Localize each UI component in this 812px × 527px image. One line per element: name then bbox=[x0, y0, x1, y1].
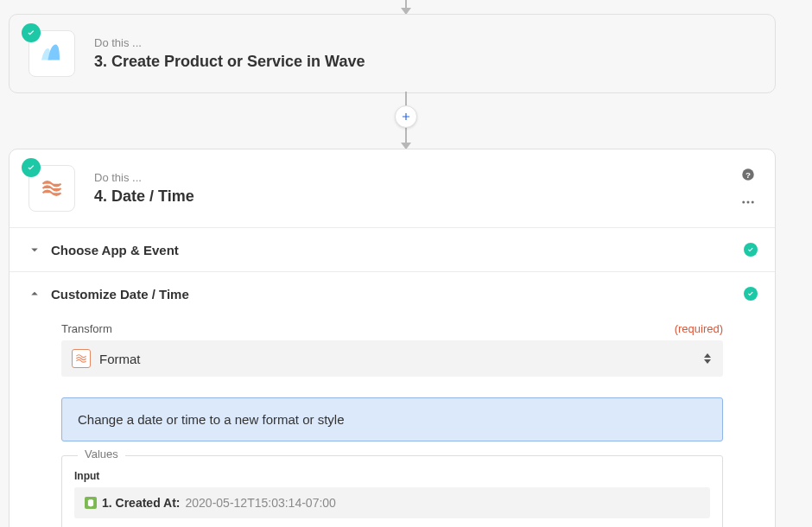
more-icon bbox=[740, 194, 756, 210]
help-icon: ? bbox=[740, 167, 756, 182]
input-token-field[interactable]: 1. Created At: 2020-05-12T15:03:14-07:00 bbox=[74, 487, 710, 518]
status-badge-success bbox=[22, 23, 41, 42]
section-label: Choose App & Event bbox=[51, 243, 744, 257]
help-button[interactable]: ? bbox=[740, 167, 756, 182]
svg-text:?: ? bbox=[745, 170, 751, 180]
add-step-button[interactable] bbox=[395, 105, 417, 128]
token-name: 1. Created At: bbox=[102, 496, 181, 510]
input-label: Input bbox=[74, 470, 710, 482]
step-header[interactable]: Do this ... 4. Date / Time ? bbox=[10, 149, 775, 227]
required-label: (required) bbox=[675, 322, 723, 335]
app-icon-formatter bbox=[29, 165, 75, 212]
step-title: 4. Date / Time bbox=[94, 187, 732, 206]
svg-point-4 bbox=[752, 201, 754, 204]
values-legend: Values bbox=[78, 448, 125, 460]
wave-icon bbox=[39, 41, 65, 67]
plus-icon bbox=[400, 111, 412, 123]
chevron-up-icon bbox=[27, 286, 42, 302]
transform-label: Transform bbox=[61, 322, 112, 335]
svg-point-2 bbox=[742, 201, 745, 204]
section-status-success bbox=[744, 243, 758, 257]
more-button[interactable] bbox=[740, 194, 756, 210]
shopify-icon bbox=[85, 497, 97, 509]
select-sort-icon bbox=[702, 353, 713, 364]
token-value: 2020-05-12T15:03:14-07:00 bbox=[186, 496, 336, 510]
section-customize[interactable]: Customize Date / Time bbox=[10, 271, 775, 315]
step-title: 3. Create Product or Service in Wave bbox=[94, 53, 756, 71]
transform-value: Format bbox=[99, 352, 702, 366]
section-choose-app[interactable]: Choose App & Event bbox=[10, 227, 775, 271]
section-body-customize: Transform (required) Format Change a bbox=[10, 315, 775, 527]
section-status-success bbox=[744, 287, 758, 301]
step-card-4: Do this ... 4. Date / Time ? Choose App … bbox=[9, 149, 776, 527]
svg-point-3 bbox=[747, 201, 750, 204]
app-icon-wave bbox=[29, 30, 75, 77]
values-fieldset: Values Input 1. Created At: 2020-05-12T1… bbox=[61, 455, 723, 527]
status-badge-success bbox=[22, 158, 41, 177]
step-overline: Do this ... bbox=[94, 171, 732, 184]
formatter-mini-icon bbox=[72, 349, 91, 368]
step-card-3[interactable]: Do this ... 3. Create Product or Service… bbox=[9, 14, 776, 93]
info-banner: Change a date or time to a new format or… bbox=[61, 397, 723, 441]
step-overline: Do this ... bbox=[94, 36, 756, 49]
transform-select[interactable]: Format bbox=[61, 340, 723, 377]
chevron-down-icon bbox=[27, 242, 42, 257]
section-label: Customize Date / Time bbox=[51, 287, 744, 302]
formatter-icon bbox=[40, 176, 64, 200]
connector-arrow-top bbox=[405, 0, 407, 14]
